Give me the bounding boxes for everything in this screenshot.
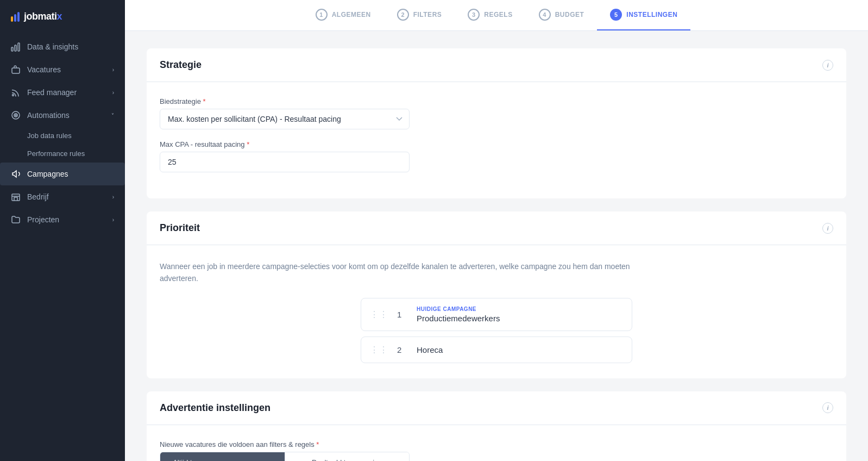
chevron-right-icon-2: › — [112, 90, 114, 96]
tab-filters[interactable]: 2 FILTERS — [384, 0, 455, 30]
tab-label-instellingen: INSTELLINGEN — [626, 11, 677, 18]
tab-algemeen[interactable]: 1 ALGEMEEN — [303, 0, 384, 30]
sidebar-item-bedrijf-label: Bedrijf — [27, 192, 49, 201]
strategie-title: Strategie — [160, 59, 202, 71]
biedstrategie-select[interactable]: Max. kosten per sollicitant (CPA) - Resu… — [160, 109, 410, 129]
main-content: 1 ALGEMEEN 2 FILTERS 3 REGELS 4 BUDGET 5… — [125, 0, 868, 461]
logo: jobmatix — [0, 0, 125, 35]
svg-rect-3 — [12, 68, 20, 73]
logo-text: jobmatix — [24, 11, 62, 22]
prioriteit-title: Prioriteit — [160, 222, 200, 234]
building-icon — [11, 192, 21, 202]
tab-number-4: 4 — [539, 9, 551, 21]
tab-label-algemeen: ALGEMEEN — [332, 11, 371, 18]
target-icon — [11, 110, 21, 120]
tab-number-5: 5 — [610, 9, 622, 21]
advertentie-body: Nieuwe vacatures die voldoen aan filters… — [147, 425, 846, 461]
priority-content-1: HUIDIGE CAMPAGNE Productiemedewerkers — [417, 306, 623, 323]
prioriteit-info-icon[interactable]: i — [822, 223, 833, 234]
chevron-right-icon-4: › — [112, 217, 114, 223]
sidebar-item-feed-manager[interactable]: Feed manager › — [0, 81, 125, 104]
tab-label-filters: FILTERS — [413, 11, 442, 18]
sidebar-item-data-insights[interactable]: Data & insights — [0, 35, 125, 58]
sidebar-item-feed-manager-label: Feed manager — [27, 88, 77, 97]
sidebar-item-vacatures-label: Vacatures — [27, 65, 61, 74]
nieuwe-vacatures-label: Nieuwe vacatures die voldoen aan filters… — [160, 440, 410, 448]
briefcase-icon — [11, 65, 21, 74]
nieuwe-vacatures-group: Nieuwe vacatures die voldoen aan filters… — [160, 440, 410, 461]
biedstrategie-label: Biedstrategie * — [160, 97, 410, 105]
advertentie-title: Advertentie instellingen — [160, 402, 271, 414]
tab-number-3: 3 — [468, 9, 480, 21]
sidebar-item-campagnes-label: Campagnes — [27, 170, 68, 178]
prioriteit-section: Prioriteit i Wanneer een job in meerdere… — [147, 211, 846, 378]
folder-icon — [11, 215, 21, 225]
tab-regels[interactable]: 3 REGELS — [455, 0, 525, 30]
sidebar-item-automations[interactable]: Automations ˅ — [0, 104, 125, 127]
add-campaign-toggle: Altijd toevoegen aan campagne Don't add … — [160, 452, 410, 461]
priority-name-1: Productiemedewerkers — [417, 314, 623, 323]
svg-point-7 — [15, 115, 16, 116]
max-cpa-label: Max CPA - resultaat pacing * — [160, 140, 410, 148]
tabs-bar: 1 ALGEMEEN 2 FILTERS 3 REGELS 4 BUDGET 5… — [125, 0, 868, 31]
sidebar-item-performance-rules[interactable]: Performance rules — [0, 145, 125, 163]
tab-number-2: 2 — [397, 9, 409, 21]
max-cpa-input[interactable] — [160, 152, 410, 172]
prioriteit-header: Prioriteit i — [147, 211, 846, 245]
priority-name-2: Horeca — [417, 345, 623, 354]
priority-badge-1: HUIDIGE CAMPAGNE — [417, 306, 623, 312]
strategie-section: Strategie i Biedstrategie * Max. kosten … — [147, 48, 846, 198]
strategie-header: Strategie i — [147, 48, 846, 82]
advertentie-header: Advertentie instellingen i — [147, 391, 846, 425]
advertentie-info-icon[interactable]: i — [822, 402, 833, 413]
priority-num-1: 1 — [397, 310, 408, 319]
chart-icon — [11, 42, 21, 52]
tab-label-regels: REGELS — [484, 11, 512, 18]
strategie-body: Biedstrategie * Max. kosten per sollicit… — [147, 82, 846, 198]
sidebar-item-bedrijf[interactable]: Bedrijf › — [0, 185, 125, 208]
chevron-right-icon: › — [112, 67, 114, 73]
sidebar-item-job-data-rules[interactable]: Job data rules — [0, 127, 125, 145]
tab-number-1: 1 — [316, 9, 328, 21]
sidebar-item-automations-label: Automations — [27, 111, 70, 120]
priority-content-2: Horeca — [417, 345, 623, 354]
btn-dont-add[interactable]: Don't add to campaign — [285, 452, 410, 461]
tab-instellingen[interactable]: 5 INSTELLINGEN — [597, 0, 690, 30]
svg-rect-2 — [18, 43, 20, 51]
advertentie-section: Advertentie instellingen i Nieuwe vacatu… — [147, 391, 846, 461]
max-cpa-group: Max CPA - resultaat pacing * — [160, 140, 410, 172]
svg-rect-1 — [15, 45, 16, 51]
megaphone-icon — [11, 169, 21, 179]
tab-budget[interactable]: 4 BUDGET — [526, 0, 597, 30]
btn-always-add[interactable]: Altijd toevoegen aan campagne — [160, 452, 285, 461]
svg-rect-0 — [11, 47, 13, 51]
prioriteit-description: Wanneer een job in meerdere campagne-sel… — [160, 260, 649, 285]
priority-item-1: ⋮⋮ 1 HUIDIGE CAMPAGNE Productiemedewerke… — [361, 298, 632, 331]
sidebar-item-projecten-label: Projecten — [27, 215, 59, 224]
tab-label-budget: BUDGET — [555, 11, 584, 18]
content-area: Strategie i Biedstrategie * Max. kosten … — [125, 31, 868, 461]
sidebar-item-vacatures[interactable]: Vacatures › — [0, 58, 125, 81]
biedstrategie-group: Biedstrategie * Max. kosten per sollicit… — [160, 97, 410, 129]
priority-num-2: 2 — [397, 345, 408, 354]
priority-item-2: ⋮⋮ 2 Horeca — [361, 337, 632, 363]
strategie-info-icon[interactable]: i — [822, 60, 833, 71]
drag-handle-2[interactable]: ⋮⋮ — [370, 345, 388, 355]
chevron-right-icon-3: › — [112, 194, 114, 200]
required-marker-2: * — [247, 140, 249, 148]
priority-list: ⋮⋮ 1 HUIDIGE CAMPAGNE Productiemedewerke… — [361, 298, 632, 363]
sidebar-item-projecten[interactable]: Projecten › — [0, 208, 125, 231]
sidebar: jobmatix Data & insights Vacatures › Fee… — [0, 0, 125, 461]
sidebar-item-data-insights-label: Data & insights — [27, 42, 78, 51]
required-marker: * — [203, 97, 206, 105]
drag-handle-1[interactable]: ⋮⋮ — [370, 309, 388, 320]
logo-icon — [11, 12, 20, 22]
svg-point-4 — [12, 95, 14, 96]
required-marker-3: * — [316, 440, 319, 448]
sidebar-item-campagnes[interactable]: Campagnes — [0, 163, 125, 185]
rss-icon — [11, 88, 21, 97]
chevron-down-icon: ˅ — [111, 113, 114, 119]
prioriteit-body: Wanneer een job in meerdere campagne-sel… — [147, 245, 846, 378]
